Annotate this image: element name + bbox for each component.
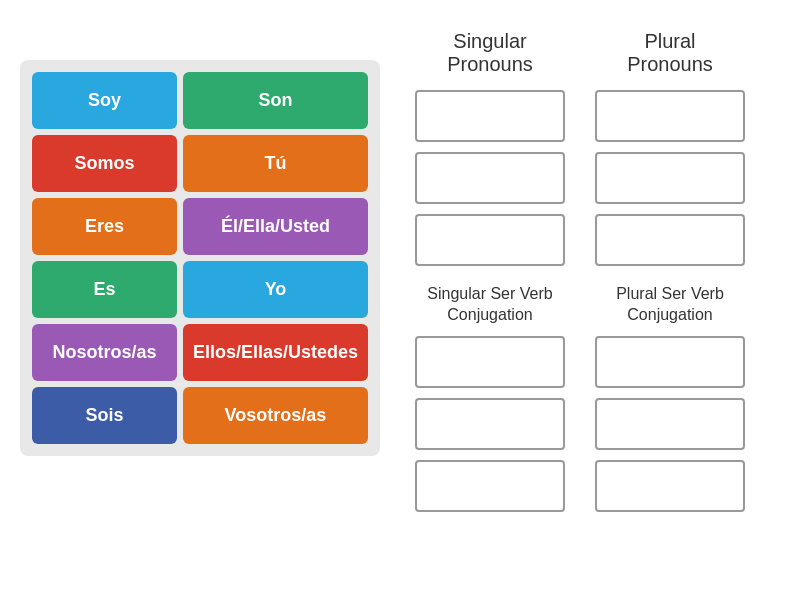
word-btn-son[interactable]: Son <box>183 72 368 129</box>
pronoun-drop-box[interactable] <box>595 90 745 142</box>
word-btn-soy[interactable]: Soy <box>32 72 177 129</box>
pronoun-drop-box[interactable] <box>415 90 565 142</box>
verb-drop-box[interactable] <box>595 460 745 512</box>
word-btn-sois[interactable]: Sois <box>32 387 177 444</box>
pronoun-drop-row <box>400 152 760 204</box>
verb-labels: Singular Ser VerbConjugation Plural Ser … <box>400 284 760 326</box>
plural-verb-label: Plural Ser VerbConjugation <box>590 284 750 326</box>
verb-drop-row <box>400 460 760 512</box>
right-panel: SingularPronouns PluralPronouns Singular… <box>380 30 780 512</box>
verb-drop-box[interactable] <box>415 398 565 450</box>
pronoun-drop-box[interactable] <box>415 214 565 266</box>
column-headers: SingularPronouns PluralPronouns <box>400 30 760 76</box>
verb-drop-box[interactable] <box>595 336 745 388</box>
verb-drop-box[interactable] <box>415 336 565 388</box>
singular-verb-label: Singular Ser VerbConjugation <box>410 284 570 326</box>
word-bank: SoySonSomosTúEresÉl/Ella/UstedEsYoNosotr… <box>20 60 380 456</box>
word-btn-vosotrosas[interactable]: Vosotros/as <box>183 387 368 444</box>
pronoun-drop-row <box>400 90 760 142</box>
word-btn-nosotrosas[interactable]: Nosotros/as <box>32 324 177 381</box>
word-btn-eres[interactable]: Eres <box>32 198 177 255</box>
verb-drop-box[interactable] <box>415 460 565 512</box>
verb-dropzone-group <box>400 336 760 512</box>
word-btn-somos[interactable]: Somos <box>32 135 177 192</box>
word-btn-t[interactable]: Tú <box>183 135 368 192</box>
pronoun-drop-box[interactable] <box>595 152 745 204</box>
word-btn-lellausted[interactable]: Él/Ella/Usted <box>183 198 368 255</box>
word-btn-es[interactable]: Es <box>32 261 177 318</box>
verb-drop-box[interactable] <box>595 398 745 450</box>
word-btn-yo[interactable]: Yo <box>183 261 368 318</box>
verb-drop-row <box>400 336 760 388</box>
verb-drop-row <box>400 398 760 450</box>
pronoun-drop-row <box>400 214 760 266</box>
singular-pronouns-header: SingularPronouns <box>410 30 570 76</box>
pronoun-drop-box[interactable] <box>595 214 745 266</box>
plural-pronouns-header: PluralPronouns <box>590 30 750 76</box>
word-btn-ellosellasustedes[interactable]: Ellos/Ellas/Ustedes <box>183 324 368 381</box>
pronoun-drop-box[interactable] <box>415 152 565 204</box>
pronoun-dropzone-group <box>400 90 760 266</box>
